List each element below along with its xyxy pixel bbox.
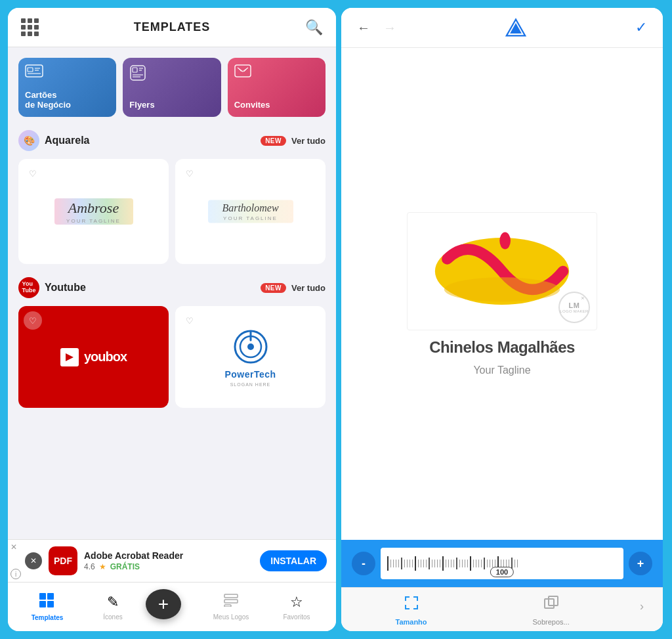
sobrepos-tab-label: Sobrepos...: [532, 618, 569, 626]
ad-install-button[interactable]: INSTALAR: [260, 550, 327, 571]
right-tabs: Tamanho Sobrepos... ›: [341, 587, 663, 631]
bartholomew-tagline: YOUR TAGLINE: [223, 215, 278, 221]
app-logo-triangle: [505, 18, 526, 37]
tab-more[interactable]: ›: [621, 594, 663, 626]
template-card-powertech[interactable]: ♡ PowerTech SLOGAN HERE: [175, 306, 326, 408]
ad-meta: 4.6 ★ GRÁTIS: [84, 562, 253, 571]
nav-item-icones[interactable]: ✎ Ícones: [80, 583, 146, 631]
grid-dot: [34, 25, 39, 30]
svg-rect-11: [235, 65, 251, 77]
brand-tagline-text: Your Tagline: [473, 364, 530, 376]
svg-rect-20: [224, 594, 238, 598]
youtube-template-grid: ♡ youbox ♡: [8, 303, 336, 413]
right-header: ← → ✓: [341, 8, 663, 48]
grid-dot: [34, 18, 39, 23]
category-card-business[interactable]: Cartõesde Negócio: [18, 58, 116, 117]
category-label-convites: Convites: [234, 100, 319, 110]
grid-menu-icon[interactable]: [21, 18, 39, 36]
ad-x-icon[interactable]: ✕: [10, 542, 17, 552]
right-canvas: × LM LOGO MAKER Chinelos Magalhães Your …: [341, 48, 663, 540]
template-card-bartholomew[interactable]: ♡ Bartholomew YOUR TAGLINE: [175, 159, 326, 264]
nav-favoritos-icon: ☆: [290, 594, 303, 611]
ad-gratis-label: GRÁTIS: [110, 562, 140, 571]
right-toolbar: -: [341, 540, 663, 587]
svg-rect-17: [47, 593, 54, 600]
right-panel: ← → ✓: [341, 8, 663, 631]
ad-banner: ✕ i ✕ PDF Adobe Acrobat Reader 4.6 ★ GRÁ…: [8, 539, 336, 582]
svg-rect-19: [47, 601, 54, 607]
youbox-logo: youbox: [60, 348, 127, 366]
right-header-nav: ← →: [357, 20, 396, 35]
powertech-slogan: SLOGAN HERE: [230, 382, 271, 387]
ruler-value-display: 100: [490, 567, 514, 577]
increase-size-button[interactable]: +: [629, 552, 652, 575]
nav-meus-logos-label: Meus Logos: [213, 613, 249, 621]
nav-templates-icon: [39, 593, 55, 611]
tamanho-tab-icon: [403, 594, 420, 615]
ad-info-block: Adobe Acrobat Reader 4.6 ★ GRÁTIS: [84, 550, 253, 571]
app-wrapper: TEMPLATES 🔍 Cartõesde Neg: [0, 0, 672, 639]
tamanho-tab-label: Tamanho: [395, 618, 427, 626]
template-card-ambrose[interactable]: ♡ Ambrose YOUR TAGLINE: [18, 159, 169, 264]
youtube-section-icon: YouTube: [18, 277, 39, 298]
nav-icones-icon: ✎: [107, 594, 119, 611]
nav-item-favoritos[interactable]: ☆ Favoritos: [264, 583, 329, 631]
youtube-section-title: Youtube: [45, 282, 255, 294]
category-label-business: Cartõesde Negócio: [25, 90, 110, 110]
search-icon[interactable]: 🔍: [305, 19, 323, 36]
nav-icones-label: Ícones: [103, 613, 122, 621]
tab-sobrepos[interactable]: Sobrepos...: [481, 594, 621, 626]
forward-arrow-icon[interactable]: →: [383, 20, 396, 35]
ad-close-button[interactable]: ✕: [25, 552, 42, 569]
ambrose-template-preview: Ambrose YOUR TAGLINE: [26, 164, 161, 259]
watermark-badge: × LM LOGO MAKER: [558, 292, 590, 323]
svg-rect-0: [26, 65, 43, 77]
heart-button-powertech[interactable]: ♡: [180, 311, 199, 330]
watermark-sub: LOGO MAKER: [560, 309, 588, 313]
bartholomew-template-preview: Bartholomew YOUR TAGLINE: [182, 164, 318, 259]
sobrepos-tab-icon: [543, 594, 560, 615]
heart-button-ambrose[interactable]: ♡: [24, 164, 42, 183]
youtube-ver-tudo[interactable]: Ver tudo: [291, 283, 326, 293]
youbox-text: youbox: [84, 349, 127, 364]
heart-button-youbox[interactable]: ♡: [24, 311, 42, 330]
flyers-card-icon: [129, 64, 146, 85]
back-arrow-icon[interactable]: ←: [357, 20, 370, 35]
convites-card-icon: [234, 64, 251, 81]
nav-templates-label: Templates: [32, 614, 64, 621]
grid-dot: [34, 32, 39, 36]
nav-item-fab[interactable]: +: [146, 583, 198, 631]
tab-tamanho[interactable]: Tamanho: [341, 594, 481, 626]
heart-button-bartholomew[interactable]: ♡: [180, 164, 199, 183]
svg-rect-18: [39, 601, 46, 607]
aquarela-section-title: Aquarela: [45, 135, 255, 146]
svg-rect-6: [133, 68, 137, 72]
page-title: TEMPLATES: [134, 20, 211, 34]
bottom-nav: Templates ✎ Ícones + Meus Logos: [8, 582, 336, 631]
nav-item-meus-logos[interactable]: Meus Logos: [198, 583, 264, 631]
decrease-size-button[interactable]: -: [352, 552, 375, 575]
nav-item-templates[interactable]: Templates: [14, 583, 80, 631]
category-card-flyers[interactable]: Flyers: [123, 58, 220, 117]
category-label-flyers: Flyers: [129, 100, 214, 110]
aquarela-ver-tudo[interactable]: Ver tudo: [291, 136, 326, 146]
logo-preview-frame: × LM LOGO MAKER: [407, 212, 597, 330]
brand-name-text: Chinelos Magalhães: [429, 338, 575, 357]
watermark-x: ×: [581, 295, 585, 301]
youtube-new-badge: NEW: [261, 283, 286, 293]
powertech-name: PowerTech: [224, 369, 276, 380]
youtube-section-header: YouTube Youtube NEW Ver tudo: [8, 269, 336, 303]
fab-button[interactable]: +: [146, 589, 181, 619]
ruler-track[interactable]: 100: [381, 548, 623, 579]
svg-rect-16: [39, 593, 46, 600]
more-tabs-arrow[interactable]: ›: [640, 594, 644, 613]
svg-rect-1: [28, 68, 33, 72]
aquarela-section-header: 🎨 Aquarela NEW Ver tudo: [8, 122, 336, 156]
ad-title: Adobe Acrobat Reader: [84, 550, 253, 561]
confirm-check-icon[interactable]: ✓: [635, 19, 647, 36]
template-card-youbox[interactable]: ♡ youbox: [18, 306, 169, 408]
svg-marker-24: [510, 23, 522, 33]
ad-info-icon[interactable]: i: [10, 569, 21, 579]
category-card-convites[interactable]: Convites: [228, 58, 326, 117]
nav-meus-logos-icon: [224, 594, 238, 611]
